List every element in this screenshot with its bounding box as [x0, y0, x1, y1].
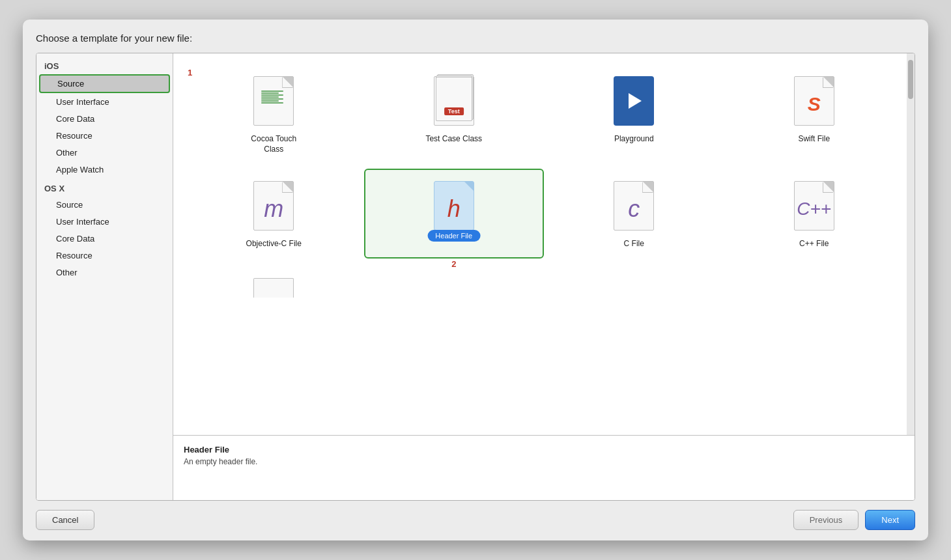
objc-icon: m: [250, 176, 297, 235]
sidebar-item-ios-ui[interactable]: User Interface: [39, 94, 170, 110]
right-buttons: Previous Next: [793, 510, 915, 530]
template-item-playground[interactable]: Playground: [544, 64, 724, 152]
sidebar-item-ios-other[interactable]: Other: [39, 145, 170, 161]
partial-file-icon: [253, 278, 294, 298]
sidebar-item-osx-other[interactable]: Other: [39, 264, 170, 281]
main-area: iOS Source User Interface Core Data Reso…: [36, 53, 915, 501]
template-item-swift[interactable]: S Swift File: [724, 64, 905, 152]
cpp-icon: C++: [791, 176, 838, 235]
playground-play-icon: [629, 93, 642, 109]
sidebar-item-ios-applewatch[interactable]: Apple Watch: [39, 161, 170, 178]
template-item-header[interactable]: h Header File 2: [364, 169, 545, 259]
new-file-dialog: Choose a template for your new file: iOS…: [23, 20, 928, 540]
scrollbar-track[interactable]: [907, 53, 915, 435]
previous-button[interactable]: Previous: [793, 510, 859, 530]
cpp-label: C++ File: [799, 239, 829, 249]
template-item-partial: [184, 272, 364, 304]
template-item-cpp[interactable]: C++ C++ File: [724, 169, 905, 257]
scrollbar-thumb[interactable]: [908, 60, 913, 99]
template-item-objc[interactable]: m Objective-C File: [184, 169, 364, 257]
test-badge: Test: [444, 107, 464, 115]
c-icon: c: [610, 176, 657, 235]
osx-section-label: OS X: [36, 178, 173, 196]
header-label-badge: Header File: [427, 230, 480, 242]
sidebar-item-osx-resource[interactable]: Resource: [39, 247, 170, 264]
sidebar-item-osx-ui[interactable]: User Interface: [39, 214, 170, 230]
ios-section-label: iOS: [36, 56, 173, 74]
template-grid: 1: [184, 64, 904, 304]
playground-label: Playground: [614, 134, 654, 145]
sidebar-item-ios-coredata[interactable]: Core Data: [39, 111, 170, 127]
dialog-title: Choose a template for your new file:: [36, 33, 915, 44]
sidebar-item-ios-resource[interactable]: Resource: [39, 128, 170, 144]
sidebar-item-ios-source[interactable]: Source: [39, 74, 170, 93]
cocoa-touch-icon: [250, 72, 297, 130]
sidebar-item-osx-coredata[interactable]: Core Data: [39, 231, 170, 247]
test-case-icon: Test: [431, 72, 477, 130]
template-grid-container: 1: [173, 53, 915, 435]
content-area: 1: [173, 53, 915, 500]
sidebar-item-osx-source[interactable]: Source: [39, 197, 170, 213]
description-title: Header File: [184, 445, 904, 455]
playground-icon: [610, 72, 657, 130]
cancel-button[interactable]: Cancel: [36, 510, 94, 530]
next-button[interactable]: Next: [865, 510, 915, 530]
description-panel: Header File An empty header file.: [173, 435, 915, 500]
swift-label: Swift File: [798, 134, 830, 145]
cocoa-touch-label: Cocoa TouchClass: [251, 134, 296, 154]
header-icon: h Header File: [431, 176, 477, 235]
swift-icon: S: [791, 72, 838, 130]
template-item-cocoa-touch[interactable]: 1: [184, 64, 364, 162]
template-item-test-case[interactable]: Test Test Case Class: [364, 64, 545, 152]
annotation-2: 2: [451, 259, 456, 269]
objc-label: Objective-C File: [246, 239, 302, 249]
test-case-label: Test Case Class: [425, 134, 482, 145]
description-text: An empty header file.: [184, 457, 904, 466]
button-bar: Cancel Previous Next: [36, 510, 915, 530]
template-item-c[interactable]: c C File: [544, 169, 724, 257]
annotation-1: 1: [188, 68, 192, 77]
c-label: C File: [624, 239, 644, 249]
sidebar: iOS Source User Interface Core Data Reso…: [36, 53, 173, 500]
